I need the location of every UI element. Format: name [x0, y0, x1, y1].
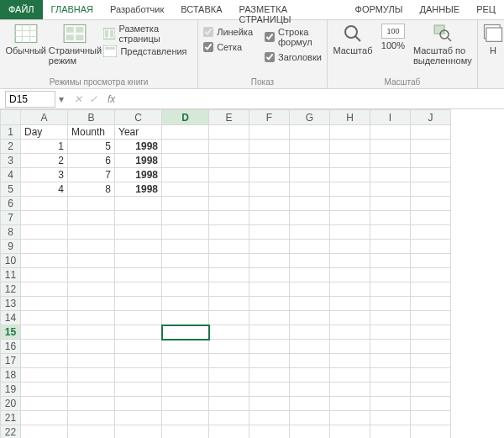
- cell-A8[interactable]: [21, 225, 68, 240]
- cell-H7[interactable]: [330, 211, 370, 225]
- spreadsheet-grid[interactable]: ABCDEFGHIJ1DayMounthYear2151998326199843…: [0, 109, 504, 438]
- cell-I16[interactable]: [370, 340, 411, 354]
- cell-H17[interactable]: [330, 354, 370, 368]
- fx-icon[interactable]: fx: [104, 93, 115, 105]
- cell-A13[interactable]: [21, 297, 68, 311]
- row-header-10[interactable]: 10: [1, 254, 21, 268]
- cell-G3[interactable]: [290, 154, 330, 168]
- cell-J14[interactable]: [411, 311, 451, 325]
- page-break-view-button[interactable]: Страничный режим: [51, 24, 98, 66]
- cell-G13[interactable]: [290, 297, 330, 311]
- cell-C9[interactable]: [115, 240, 162, 254]
- row-header-21[interactable]: 21: [1, 411, 21, 425]
- cell-G6[interactable]: [290, 197, 330, 211]
- cell-H14[interactable]: [330, 311, 370, 325]
- cell-B14[interactable]: [68, 311, 115, 325]
- cell-D5[interactable]: [162, 182, 209, 197]
- cell-J1[interactable]: [411, 125, 451, 140]
- cell-E20[interactable]: [209, 397, 249, 411]
- cell-I12[interactable]: [370, 282, 411, 297]
- cell-G20[interactable]: [290, 397, 330, 411]
- cell-J21[interactable]: [411, 411, 451, 425]
- zoom-selection-button[interactable]: Масштаб по выделенному: [413, 24, 472, 66]
- cell-C18[interactable]: [115, 368, 162, 383]
- cell-J3[interactable]: [411, 154, 451, 168]
- cell-E13[interactable]: [209, 297, 249, 311]
- cell-F13[interactable]: [249, 297, 290, 311]
- cell-H13[interactable]: [330, 297, 370, 311]
- cell-F4[interactable]: [249, 168, 290, 182]
- cell-C8[interactable]: [115, 225, 162, 240]
- cell-I21[interactable]: [370, 411, 411, 425]
- cell-I22[interactable]: [370, 425, 411, 439]
- cell-F21[interactable]: [249, 411, 290, 425]
- row-header-19[interactable]: 19: [1, 383, 21, 397]
- cell-A7[interactable]: [21, 211, 68, 225]
- cell-C14[interactable]: [115, 311, 162, 325]
- cell-I13[interactable]: [370, 297, 411, 311]
- tab-formulas[interactable]: ФОРМУЛЫ: [347, 0, 412, 19]
- cell-G22[interactable]: [290, 425, 330, 439]
- cell-B15[interactable]: [68, 325, 115, 340]
- cell-A10[interactable]: [21, 254, 68, 268]
- cell-C22[interactable]: [115, 425, 162, 439]
- cell-A17[interactable]: [21, 354, 68, 368]
- cell-G11[interactable]: [290, 268, 330, 282]
- cell-D16[interactable]: [162, 340, 209, 354]
- cell-I3[interactable]: [370, 154, 411, 168]
- normal-view-button[interactable]: Обычный: [5, 24, 46, 55]
- cell-F18[interactable]: [249, 368, 290, 383]
- cell-F10[interactable]: [249, 254, 290, 268]
- custom-views-button[interactable]: Представления: [103, 45, 192, 57]
- row-header-7[interactable]: 7: [1, 211, 21, 225]
- cell-B21[interactable]: [68, 411, 115, 425]
- cell-D2[interactable]: [162, 140, 209, 154]
- cell-E6[interactable]: [209, 197, 249, 211]
- cell-C17[interactable]: [115, 354, 162, 368]
- cell-E14[interactable]: [209, 311, 249, 325]
- cell-G15[interactable]: [290, 325, 330, 340]
- cell-I9[interactable]: [370, 240, 411, 254]
- cell-I10[interactable]: [370, 254, 411, 268]
- cell-H9[interactable]: [330, 240, 370, 254]
- col-header-E[interactable]: E: [209, 110, 249, 125]
- cell-I6[interactable]: [370, 197, 411, 211]
- col-header-D[interactable]: D: [162, 110, 209, 125]
- cell-G1[interactable]: [290, 125, 330, 140]
- cell-H6[interactable]: [330, 197, 370, 211]
- col-header-G[interactable]: G: [290, 110, 330, 125]
- cell-H1[interactable]: [330, 125, 370, 140]
- cell-G18[interactable]: [290, 368, 330, 383]
- cell-E19[interactable]: [209, 383, 249, 397]
- col-header-F[interactable]: F: [249, 110, 290, 125]
- cell-B20[interactable]: [68, 397, 115, 411]
- cell-A2[interactable]: 1: [21, 140, 68, 154]
- cell-I7[interactable]: [370, 211, 411, 225]
- cell-E17[interactable]: [209, 354, 249, 368]
- cell-F11[interactable]: [249, 268, 290, 282]
- cell-H18[interactable]: [330, 368, 370, 383]
- cell-E10[interactable]: [209, 254, 249, 268]
- cell-B6[interactable]: [68, 197, 115, 211]
- zoom-button[interactable]: Масштаб: [333, 24, 373, 55]
- cell-F15[interactable]: [249, 325, 290, 340]
- name-box[interactable]: [5, 91, 55, 108]
- headings-checkbox[interactable]: Заголовки: [265, 52, 322, 62]
- cell-I19[interactable]: [370, 383, 411, 397]
- row-header-11[interactable]: 11: [1, 268, 21, 282]
- row-header-22[interactable]: 22: [1, 425, 21, 439]
- cell-F17[interactable]: [249, 354, 290, 368]
- page-layout-button[interactable]: Разметка страницы: [103, 24, 192, 44]
- cell-D3[interactable]: [162, 154, 209, 168]
- cell-J9[interactable]: [411, 240, 451, 254]
- cell-C11[interactable]: [115, 268, 162, 282]
- cell-G21[interactable]: [290, 411, 330, 425]
- cell-C10[interactable]: [115, 254, 162, 268]
- cell-C19[interactable]: [115, 383, 162, 397]
- cell-A14[interactable]: [21, 311, 68, 325]
- cell-B5[interactable]: 8: [68, 182, 115, 197]
- cell-F16[interactable]: [249, 340, 290, 354]
- col-header-H[interactable]: H: [330, 110, 370, 125]
- cell-J13[interactable]: [411, 297, 451, 311]
- cell-J7[interactable]: [411, 211, 451, 225]
